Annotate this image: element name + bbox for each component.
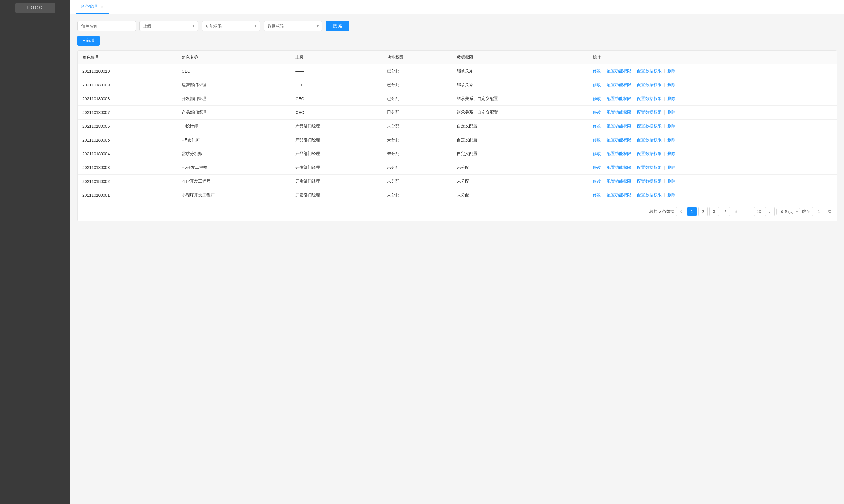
divider-2: | xyxy=(633,179,635,183)
cell-func-perm: 已分配 xyxy=(382,65,452,78)
config-data-link[interactable]: 配置数据权限 xyxy=(637,179,662,183)
edit-link[interactable]: 修改 xyxy=(593,110,601,114)
page-slash-button[interactable]: / xyxy=(721,207,730,216)
config-func-link[interactable]: 配置功能权限 xyxy=(607,193,631,197)
cell-actions: 修改 | 配置功能权限 | 配置数据权限 | 删除 xyxy=(588,92,837,106)
config-func-link[interactable]: 配置功能权限 xyxy=(607,165,631,170)
parent-select[interactable]: 上级 xyxy=(140,21,198,31)
cell-actions: 修改 | 配置功能权限 | 配置数据权限 | 删除 xyxy=(588,78,837,92)
edit-link[interactable]: 修改 xyxy=(593,69,601,73)
role-name-input[interactable] xyxy=(77,21,136,31)
config-data-link[interactable]: 配置数据权限 xyxy=(637,193,662,197)
config-data-link[interactable]: 配置数据权限 xyxy=(637,69,662,73)
cell-parent: CEO xyxy=(291,92,382,106)
delete-link[interactable]: 删除 xyxy=(667,138,676,142)
edit-link[interactable]: 修改 xyxy=(593,151,601,156)
table-row: 202110180003 H5开发工程师 开发部门经理 未分配 未分配 修改 |… xyxy=(78,161,837,175)
cell-data-perm: 继承关系、自定义配置 xyxy=(452,106,588,120)
delete-link[interactable]: 删除 xyxy=(667,69,676,73)
cell-actions: 修改 | 配置功能权限 | 配置数据权限 | 删除 xyxy=(588,133,837,147)
config-data-link[interactable]: 配置数据权限 xyxy=(637,82,662,87)
config-data-link[interactable]: 配置数据权限 xyxy=(637,165,662,170)
delete-link[interactable]: 删除 xyxy=(667,96,676,101)
delete-link[interactable]: 删除 xyxy=(667,151,676,156)
jump-prefix: 跳至 xyxy=(802,209,810,214)
page-ellipsis: ··· xyxy=(743,207,752,216)
config-func-link[interactable]: 配置功能权限 xyxy=(607,179,631,183)
config-func-link[interactable]: 配置功能权限 xyxy=(607,69,631,73)
main-content: 角色管理 ✕ 上级 ▼ 功能权限 ▼ 数据权限 ▼ 搜 索 + 新增 xyxy=(70,0,844,504)
cell-parent: —— xyxy=(291,65,382,78)
page-3-button[interactable]: 3 xyxy=(710,207,719,216)
tab-close-icon[interactable]: ✕ xyxy=(100,4,104,9)
divider-1: | xyxy=(604,165,605,170)
config-data-link[interactable]: 配置数据权限 xyxy=(637,110,662,114)
divider-1: | xyxy=(604,151,605,156)
tab-role-management[interactable]: 角色管理 ✕ xyxy=(76,0,109,14)
config-func-link[interactable]: 配置功能权限 xyxy=(607,96,631,101)
add-role-button[interactable]: + 新增 xyxy=(77,36,100,46)
cell-name: PHP开发工程师 xyxy=(177,175,291,188)
tab-label: 角色管理 xyxy=(81,4,97,10)
col-name: 角色名称 xyxy=(177,51,291,65)
sidebar: LOGO xyxy=(0,0,70,504)
config-func-link[interactable]: 配置功能权限 xyxy=(607,82,631,87)
table-row: 202110180005 UE设计师 产品部门经理 未分配 自定义配置 修改 |… xyxy=(78,133,837,147)
cell-actions: 修改 | 配置功能权限 | 配置数据权限 | 删除 xyxy=(588,147,837,161)
config-func-link[interactable]: 配置功能权限 xyxy=(607,124,631,128)
config-func-link[interactable]: 配置功能权限 xyxy=(607,138,631,142)
cell-func-perm: 已分配 xyxy=(382,92,452,106)
delete-link[interactable]: 删除 xyxy=(667,179,676,183)
col-parent: 上级 xyxy=(291,51,382,65)
divider-3: | xyxy=(664,165,665,170)
edit-link[interactable]: 修改 xyxy=(593,96,601,101)
table-row: 202110180007 产品部门经理 CEO 已分配 继承关系、自定义配置 修… xyxy=(78,106,837,120)
func-permission-select[interactable]: 功能权限 xyxy=(202,21,260,31)
delete-link[interactable]: 删除 xyxy=(667,165,676,170)
config-data-link[interactable]: 配置数据权限 xyxy=(637,124,662,128)
config-func-link[interactable]: 配置功能权限 xyxy=(607,110,631,114)
delete-link[interactable]: 删除 xyxy=(667,110,676,114)
data-permission-select[interactable]: 数据权限 xyxy=(264,21,322,31)
cell-id: 202110180004 xyxy=(78,147,177,161)
config-data-link[interactable]: 配置数据权限 xyxy=(637,96,662,101)
divider-2: | xyxy=(633,82,635,87)
table-row: 202110180002 PHP开发工程师 开发部门经理 未分配 未分配 修改 … xyxy=(78,175,837,188)
search-button[interactable]: 搜 索 xyxy=(326,21,349,31)
table-row: 202110180009 运营部门经理 CEO 已分配 继承关系 修改 | 配置… xyxy=(78,78,837,92)
cell-name: 运营部门经理 xyxy=(177,78,291,92)
cell-func-perm: 未分配 xyxy=(382,133,452,147)
parent-select-wrapper: 上级 ▼ xyxy=(140,21,198,31)
col-actions: 操作 xyxy=(588,51,837,65)
divider-3: | xyxy=(664,138,665,142)
page-2-button[interactable]: 2 xyxy=(698,207,708,216)
page-last-button[interactable]: 23 xyxy=(754,207,764,216)
cell-name: UE设计师 xyxy=(177,133,291,147)
delete-link[interactable]: 删除 xyxy=(667,124,676,128)
cell-actions: 修改 | 配置功能权限 | 配置数据权限 | 删除 xyxy=(588,65,837,78)
page-slash2-button[interactable]: / xyxy=(765,207,775,216)
divider-3: | xyxy=(664,82,665,87)
edit-link[interactable]: 修改 xyxy=(593,124,601,128)
edit-link[interactable]: 修改 xyxy=(593,179,601,183)
delete-link[interactable]: 删除 xyxy=(667,82,676,87)
prev-page-button[interactable]: < xyxy=(676,207,685,216)
edit-link[interactable]: 修改 xyxy=(593,165,601,170)
page-jump-input[interactable] xyxy=(812,207,826,216)
page-1-button[interactable]: 1 xyxy=(687,207,697,216)
divider-1: | xyxy=(604,124,605,128)
edit-link[interactable]: 修改 xyxy=(593,193,601,197)
edit-link[interactable]: 修改 xyxy=(593,82,601,87)
config-func-link[interactable]: 配置功能权限 xyxy=(607,151,631,156)
config-data-link[interactable]: 配置数据权限 xyxy=(637,151,662,156)
filter-row: 上级 ▼ 功能权限 ▼ 数据权限 ▼ 搜 索 xyxy=(77,21,837,31)
cell-actions: 修改 | 配置功能权限 | 配置数据权限 | 删除 xyxy=(588,106,837,120)
delete-link[interactable]: 删除 xyxy=(667,193,676,197)
cell-parent: 产品部门经理 xyxy=(291,120,382,133)
table-row: 202110180006 UI设计师 产品部门经理 未分配 自定义配置 修改 |… xyxy=(78,120,837,133)
page-size-select[interactable]: 10 条/页 20 条/页 50 条/页 xyxy=(776,208,800,215)
config-data-link[interactable]: 配置数据权限 xyxy=(637,138,662,142)
edit-link[interactable]: 修改 xyxy=(593,138,601,142)
cell-actions: 修改 | 配置功能权限 | 配置数据权限 | 删除 xyxy=(588,161,837,175)
page-5-button[interactable]: 5 xyxy=(732,207,741,216)
